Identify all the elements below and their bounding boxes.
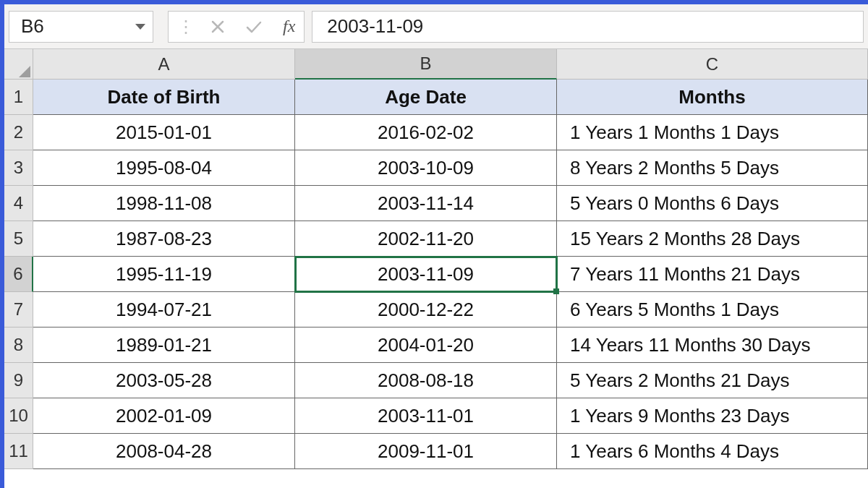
cell-A7[interactable]: 1994-07-21 [33, 292, 295, 328]
cell-C6[interactable]: 7 Years 11 Months 21 Days [557, 257, 868, 292]
column-header-B[interactable]: B [295, 49, 557, 80]
row-header-10[interactable]: 10 [4, 398, 33, 434]
row-header-6[interactable]: 6 [4, 257, 33, 292]
cell-B2[interactable]: 2016-02-02 [295, 115, 557, 150]
chevron-down-icon[interactable] [135, 24, 145, 30]
column-header-C[interactable]: C [557, 49, 868, 80]
cell-C9[interactable]: 5 Years 2 Months 21 Days [557, 363, 868, 398]
cell-C10[interactable]: 1 Years 9 Months 23 Days [557, 398, 868, 434]
row-header-3[interactable]: 3 [4, 150, 33, 186]
cell-A2[interactable]: 2015-01-01 [33, 115, 295, 150]
row-header-4[interactable]: 4 [4, 186, 33, 221]
cell-A4[interactable]: 1998-11-08 [33, 186, 295, 221]
cell-A1[interactable]: Date of Birth [33, 80, 295, 115]
cell-B4[interactable]: 2003-11-14 [295, 186, 557, 221]
cell-C3[interactable]: 8 Years 2 Months 5 Days [557, 150, 868, 186]
cell-B6[interactable]: 2003-11-09 [295, 257, 557, 292]
row-header-9[interactable]: 9 [4, 363, 33, 398]
cell-B5[interactable]: 2002-11-20 [295, 221, 557, 257]
row-header-7[interactable]: 7 [4, 292, 33, 328]
cell-C11[interactable]: 1 Years 6 Months 4 Days [557, 434, 868, 469]
cell-B11[interactable]: 2009-11-01 [295, 434, 557, 469]
cell-C7[interactable]: 6 Years 5 Months 1 Days [557, 292, 868, 328]
cell-A9[interactable]: 2003-05-28 [33, 363, 295, 398]
cell-A11[interactable]: 2008-04-28 [33, 434, 295, 469]
spreadsheet: ABC1Date of BirthAge DateMonths22015-01-… [4, 49, 868, 469]
cell-C8[interactable]: 14 Years 11 Months 30 Days [557, 328, 868, 363]
select-all-icon [19, 66, 30, 77]
cell-A6[interactable]: 1995-11-19 [33, 257, 295, 292]
divider: ⋮ [177, 17, 195, 37]
row-header-1[interactable]: 1 [4, 80, 33, 115]
row-header-2[interactable]: 2 [4, 115, 33, 150]
cell-B1[interactable]: Age Date [295, 80, 557, 115]
cancel-icon[interactable] [210, 20, 225, 34]
select-all-button[interactable] [4, 49, 33, 80]
fx-icon[interactable]: fx [283, 17, 295, 36]
enter-icon[interactable] [245, 20, 263, 34]
column-header-A[interactable]: A [33, 49, 295, 80]
cell-B7[interactable]: 2000-12-22 [295, 292, 557, 328]
row-header-5[interactable]: 5 [4, 221, 33, 257]
cell-B9[interactable]: 2008-08-18 [295, 363, 557, 398]
name-box[interactable]: B6 [9, 11, 153, 43]
formula-input[interactable]: 2003-11-09 [312, 11, 864, 43]
cell-B8[interactable]: 2004-01-20 [295, 328, 557, 363]
cell-A8[interactable]: 1989-01-21 [33, 328, 295, 363]
cell-B10[interactable]: 2003-11-01 [295, 398, 557, 434]
cell-A3[interactable]: 1995-08-04 [33, 150, 295, 186]
cell-A5[interactable]: 1987-08-23 [33, 221, 295, 257]
cell-A10[interactable]: 2002-01-09 [33, 398, 295, 434]
cell-C1[interactable]: Months [557, 80, 868, 115]
cell-C2[interactable]: 1 Years 1 Months 1 Days [557, 115, 868, 150]
name-box-value: B6 [21, 15, 44, 38]
cell-C4[interactable]: 5 Years 0 Months 6 Days [557, 186, 868, 221]
row-header-8[interactable]: 8 [4, 328, 33, 363]
formula-bar: B6 ⋮ fx 2003-11-09 [4, 4, 868, 49]
cell-B3[interactable]: 2003-10-09 [295, 150, 557, 186]
formula-bar-buttons: ⋮ fx [168, 11, 305, 43]
row-header-11[interactable]: 11 [4, 434, 33, 469]
cell-C5[interactable]: 15 Years 2 Months 28 Days [557, 221, 868, 257]
formula-input-value: 2003-11-09 [327, 15, 423, 38]
